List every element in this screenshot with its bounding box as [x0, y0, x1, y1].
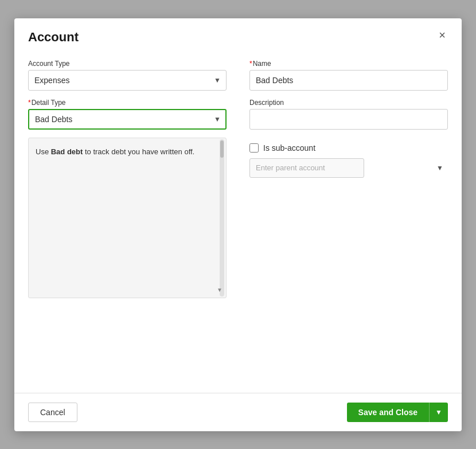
name-input[interactable] — [249, 70, 448, 91]
detail-type-label: *Detail Type — [28, 99, 227, 107]
account-type-group: Account Type Expenses ▼ — [28, 60, 227, 91]
description-group: Description — [249, 99, 448, 130]
save-dropdown-icon: ▼ — [435, 408, 442, 416]
modal-overlay: Account × Account Type Expenses — [0, 0, 476, 449]
parent-account-wrapper: Enter parent account ▼ — [249, 158, 448, 178]
sub-account-label: Is sub-account — [263, 143, 315, 153]
name-label: *Name — [249, 60, 448, 68]
name-required-star: * — [249, 60, 252, 68]
scrollbar-thumb — [220, 140, 224, 158]
account-type-select-wrapper: Expenses ▼ — [28, 70, 227, 91]
modal-body: Account Type Expenses ▼ *Detail Type — [14, 50, 462, 393]
left-column: Account Type Expenses ▼ *Detail Type — [28, 60, 227, 298]
account-type-label: Account Type — [28, 60, 227, 68]
modal-footer: Cancel Save and Close ▼ — [14, 393, 462, 431]
parent-account-select[interactable]: Enter parent account — [249, 158, 364, 178]
scrollbar-track — [220, 139, 224, 296]
save-dropdown-button[interactable]: ▼ — [429, 403, 448, 422]
sub-account-row: Is sub-account — [249, 143, 448, 153]
sub-account-checkbox[interactable] — [249, 143, 259, 153]
right-column: *Name Description Is sub-account — [249, 60, 448, 298]
scrollbar[interactable]: ▼ — [219, 139, 225, 296]
description-label: Description — [249, 99, 448, 107]
info-box: Use Bad debt to track debt you have writ… — [28, 138, 227, 298]
cancel-button[interactable]: Cancel — [28, 403, 77, 422]
modal-header: Account × — [14, 18, 462, 50]
form-grid: Account Type Expenses ▼ *Detail Type — [28, 60, 448, 298]
detail-type-select-wrapper: Bad Debts ▼ — [28, 109, 227, 130]
detail-type-group: *Detail Type Bad Debts ▼ — [28, 99, 227, 130]
detail-type-required-star: * — [28, 99, 31, 107]
modal-title: Account — [28, 30, 79, 45]
info-text-bold: Bad debt — [51, 147, 83, 156]
detail-type-select[interactable]: Bad Debts — [28, 109, 227, 130]
info-text-suffix: to track debt you have written off. — [83, 147, 194, 156]
save-button-group: Save and Close ▼ — [347, 403, 448, 422]
save-and-close-button[interactable]: Save and Close — [347, 403, 430, 422]
account-modal: Account × Account Type Expenses — [14, 18, 462, 431]
scroll-down-icon: ▼ — [217, 286, 223, 294]
account-type-select[interactable]: Expenses — [28, 70, 227, 91]
close-button[interactable]: × — [434, 28, 450, 44]
info-text-prefix: Use — [36, 147, 51, 156]
name-group: *Name — [249, 60, 448, 91]
parent-account-chevron-icon: ▼ — [436, 164, 443, 172]
close-icon: × — [439, 29, 446, 42]
description-input[interactable] — [249, 109, 448, 130]
